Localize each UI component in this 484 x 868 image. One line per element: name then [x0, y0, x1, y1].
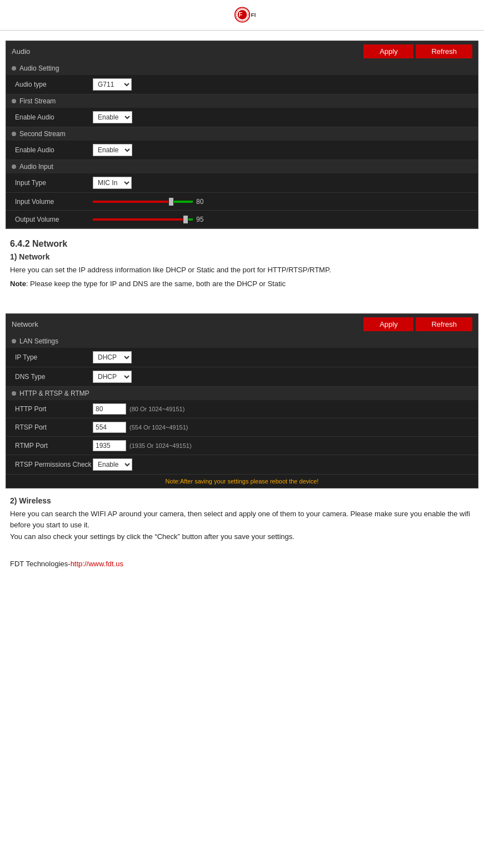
output-volume-row: Output Volume 95: [6, 211, 478, 228]
network-panel-title: Network: [12, 320, 38, 328]
note-bold: Note: [10, 280, 26, 288]
ip-type-value: DHCP Static: [93, 351, 132, 363]
rtmp-port-label: RTMP Port: [15, 442, 93, 450]
audio-apply-button[interactable]: Apply: [363, 44, 413, 58]
lan-settings-label: LAN Settings: [19, 337, 58, 345]
first-enable-audio-value: Enable Disable: [93, 111, 132, 123]
rtmp-port-hint: (1935 Or 1024~49151): [129, 442, 192, 449]
network-panel: Network Apply Refresh LAN Settings IP Ty…: [6, 313, 478, 488]
second-enable-audio-label: Enable Audio: [15, 146, 93, 154]
output-slider-remaining: [188, 218, 193, 221]
audio-panel: Audio Apply Refresh Audio Setting Audio …: [6, 41, 478, 229]
dns-type-row: DNS Type DHCP Static: [6, 367, 478, 387]
audio-panel-header: Audio Apply Refresh: [6, 41, 478, 62]
rtsp-port-hint: (554 Or 1024~49151): [129, 424, 188, 431]
network-panel-header: Network Apply Refresh: [6, 314, 478, 335]
input-volume-label: Input Volume: [15, 198, 93, 206]
footer: FDT Technologies-http://www.fdt.us: [0, 548, 484, 573]
note-rest: : Please keep the type for IP and DNS ar…: [26, 280, 286, 288]
section-dot-icon5: [12, 339, 16, 343]
first-stream-label: First Stream: [19, 97, 56, 105]
http-port-label: HTTP Port: [15, 405, 93, 413]
second-stream-label: Second Stream: [19, 130, 66, 138]
output-volume-track: [93, 216, 193, 223]
dns-type-value: DHCP Static: [93, 371, 132, 383]
first-stream-section: First Stream: [6, 94, 478, 108]
section-642-title: 6.4.2 Network: [10, 239, 474, 249]
rtsp-perm-label: RTSP Permissions Check: [15, 461, 93, 468]
input-type-row: Input Type MIC In Line In: [6, 173, 478, 193]
rtsp-port-input[interactable]: [93, 422, 126, 433]
sub1-note: Note: Please keep the type for IP and DN…: [10, 278, 474, 290]
second-enable-audio-value: Enable Disable: [93, 144, 132, 156]
second-enable-audio-row: Enable Audio Enable Disable: [6, 141, 478, 160]
output-slider-filled: [93, 218, 183, 221]
first-enable-audio-select[interactable]: Enable Disable: [93, 111, 132, 123]
lan-settings-section: LAN Settings: [6, 335, 478, 348]
rtsp-port-value: (554 Or 1024~49151): [93, 422, 188, 433]
input-volume-value: 80: [196, 198, 212, 206]
section-642-content: 6.4.2 Network 1) Network Here you can se…: [0, 229, 484, 303]
dns-type-select[interactable]: DHCP Static: [93, 371, 132, 383]
http-port-row: HTTP Port (80 Or 1024~49151): [6, 400, 478, 418]
input-volume-slider: 80: [93, 198, 212, 206]
wireless-para1: Here you can search the WIFI AP around y…: [10, 508, 474, 532]
audio-type-select[interactable]: G711 G726 AAC: [93, 78, 132, 91]
wireless-para2: You can also check your settings by clic…: [10, 531, 474, 543]
audio-input-label: Audio Input: [19, 163, 53, 171]
network-note-text: Note:After saving your settings please r…: [166, 478, 319, 485]
second-enable-audio-select[interactable]: Enable Disable: [93, 144, 132, 156]
svg-text:FDT: FDT: [251, 12, 255, 18]
audio-refresh-button[interactable]: Refresh: [416, 44, 472, 58]
second-stream-section: Second Stream: [6, 127, 478, 141]
rtmp-port-value: (1935 Or 1024~49151): [93, 440, 192, 451]
rtsp-perm-select[interactable]: Enable Disable: [93, 458, 132, 471]
audio-panel-title: Audio: [12, 47, 30, 56]
http-port-value: (80 Or 1024~49151): [93, 403, 184, 415]
ip-type-row: IP Type DHCP Static: [6, 348, 478, 367]
input-type-value: MIC In Line In: [93, 177, 132, 189]
section-dot-icon3: [12, 132, 16, 136]
rtmp-port-row: RTMP Port (1935 Or 1024~49151): [6, 437, 478, 455]
output-slider-thumb-icon[interactable]: [183, 216, 188, 223]
slider-thumb-icon[interactable]: [169, 198, 173, 206]
section-dot-icon: [12, 66, 16, 71]
rtsp-perm-value: Enable Disable: [93, 458, 132, 471]
logo: F FDT: [229, 6, 256, 26]
slider-remaining: [174, 201, 193, 203]
footer-brand: FDT Technologies-: [10, 560, 71, 568]
rtsp-port-label: RTSP Port: [15, 423, 93, 431]
http-port-input[interactable]: [93, 403, 126, 415]
network-apply-button[interactable]: Apply: [363, 317, 413, 331]
http-port-hint: (80 Or 1024~49151): [129, 406, 184, 412]
output-volume-label: Output Volume: [15, 216, 93, 223]
audio-type-label: Audio type: [15, 81, 93, 88]
input-type-select[interactable]: MIC In Line In: [93, 177, 132, 189]
sub1-para1: Here you can set the IP address informat…: [10, 265, 474, 276]
audio-panel-buttons: Apply Refresh: [363, 44, 472, 58]
audio-input-section: Audio Input: [6, 160, 478, 173]
dns-type-label: DNS Type: [15, 373, 93, 381]
audio-setting-label: Audio Setting: [19, 64, 59, 72]
network-refresh-button[interactable]: Refresh: [416, 317, 472, 331]
section-dot-icon6: [12, 391, 16, 396]
output-volume-slider: 95: [93, 216, 212, 223]
audio-setting-section: Audio Setting: [6, 62, 478, 75]
rtmp-port-input[interactable]: [93, 440, 126, 451]
output-volume-value: 95: [196, 216, 212, 223]
ip-type-select[interactable]: DHCP Static: [93, 351, 132, 363]
input-type-label: Input Type: [15, 179, 93, 187]
input-volume-row: Input Volume 80: [6, 193, 478, 211]
network-note-row: Note:After saving your settings please r…: [6, 475, 478, 488]
audio-type-row: Audio type G711 G726 AAC: [6, 75, 478, 94]
rtsp-port-row: RTSP Port (554 Or 1024~49151): [6, 418, 478, 437]
section-dot-icon2: [12, 99, 16, 103]
network-panel-buttons: Apply Refresh: [363, 317, 472, 331]
input-volume-track: [93, 198, 193, 206]
audio-panel-body: Audio Setting Audio type G711 G726 AAC F…: [6, 62, 478, 228]
http-rtsp-rtmp-section: HTTP & RTSP & RTMP: [6, 387, 478, 400]
wireless-section: 2) Wireless Here you can search the WIFI…: [0, 488, 484, 548]
rtsp-perm-row: RTSP Permissions Check Enable Disable: [6, 455, 478, 475]
footer-link[interactable]: http://www.fdt.us: [71, 560, 123, 568]
section-dot-icon4: [12, 164, 16, 169]
